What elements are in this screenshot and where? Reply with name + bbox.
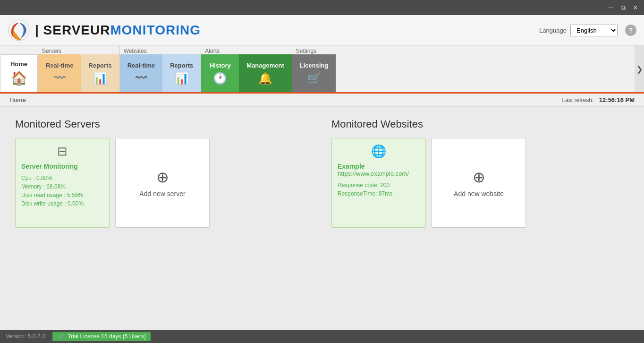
nav-websites-label: Websites <box>120 46 201 54</box>
website-card-response-time: ResponseTime: 87ms <box>338 190 392 197</box>
logo-text: | SERVEURMONITORING <box>35 23 201 38</box>
nav-alerts-items: History 🕐 Management 🔔 <box>201 54 291 92</box>
nav-item-alerts-history[interactable]: History 🕐 <box>201 54 239 92</box>
refresh-time: 12:56:16 PM <box>599 96 635 103</box>
nav-group-settings: Settings Licensing 🛒 <box>292 46 336 92</box>
alerts-history-icon: 🕐 <box>213 72 227 85</box>
website-card-name: Example <box>338 163 365 170</box>
logo-serveur: | SERVEUR <box>35 23 110 37</box>
servers-cards-row: ⊟ Server Monitoring Cpu : 0.00% Memory :… <box>15 138 313 228</box>
add-server-icon: ⊕ <box>156 168 169 186</box>
nav-group-servers: Servers Real-time 〰 Reports 📊 <box>38 46 120 92</box>
main-content: Monitored Servers ⊟ Server Monitoring Cp… <box>0 107 644 330</box>
nav-settings-label: Settings <box>292 46 336 54</box>
server-card-0[interactable]: ⊟ Server Monitoring Cpu : 0.00% Memory :… <box>15 138 110 228</box>
alerts-management-icon: 🔔 <box>258 72 272 85</box>
nav-item-servers-realtime[interactable]: Real-time 〰 <box>38 54 81 92</box>
server-card-icon-row: ⊟ <box>21 144 103 159</box>
websites-section: Monitored Websites 🌐 Example https://www… <box>331 118 629 228</box>
help-button[interactable]: ? <box>625 25 636 36</box>
add-website-card[interactable]: ⊕ Add new website <box>432 138 526 228</box>
websites-cards-row: 🌐 Example https://www.example.com/ Respo… <box>331 138 629 228</box>
server-card-diskread: Disk read usage : 5.59% <box>21 192 83 198</box>
nav-settings-items: Licensing 🛒 <box>292 54 336 92</box>
nav-servers-label: Servers <box>38 46 119 54</box>
add-server-card[interactable]: ⊕ Add new server <box>115 138 210 228</box>
website-card-url: https://www.example.com/ <box>338 170 409 177</box>
nav-item-settings-licensing[interactable]: Licensing 🛒 <box>292 54 336 92</box>
language-area: Language English Français Español Deutsc… <box>539 25 618 36</box>
nav-group-home: Home 🏠 <box>0 46 38 92</box>
license-icon: 🛒 <box>57 333 65 340</box>
version-label: Version: 5.0.2.3 <box>6 333 45 340</box>
logo-area: | SERVEURMONITORING <box>8 19 201 42</box>
website-icon: 🌐 <box>371 144 386 159</box>
nav-home-label <box>0 46 38 54</box>
nav-alerts-history-text: History <box>210 62 231 69</box>
nav-servers-realtime-text: Real-time <box>46 62 74 69</box>
logo-monitoring: MONITORING <box>110 23 200 37</box>
close-button[interactable]: ✕ <box>631 3 640 12</box>
settings-licensing-icon: 🛒 <box>307 72 321 85</box>
nav-websites-realtime-text: Real-time <box>127 62 155 69</box>
restore-button[interactable]: ⧉ <box>619 3 628 12</box>
app-header: | SERVEURMONITORING Language English Fra… <box>0 15 644 46</box>
nav-group-alerts: Alerts History 🕐 Management 🔔 <box>201 46 292 92</box>
content-columns: Monitored Servers ⊟ Server Monitoring Cp… <box>15 118 629 228</box>
server-card-cpu: Cpu : 0.00% <box>21 175 52 181</box>
add-server-label: Add new server <box>139 190 185 197</box>
header-right: Language English Français Español Deutsc… <box>539 25 636 36</box>
language-label: Language <box>539 27 567 34</box>
website-card-icon-row: 🌐 <box>338 144 420 159</box>
nav-item-servers-reports[interactable]: Reports 📊 <box>81 54 119 92</box>
nav-settings-licensing-text: Licensing <box>300 62 329 69</box>
refresh-label: Last refresh: <box>562 97 594 103</box>
nav-websites-reports-text: Reports <box>170 62 193 69</box>
home-icon: 🏠 <box>11 70 27 86</box>
nav-alerts-management-text: Management <box>246 62 284 69</box>
nav-servers-items: Real-time 〰 Reports 📊 <box>38 54 119 92</box>
website-card-0[interactable]: 🌐 Example https://www.example.com/ Respo… <box>331 138 426 228</box>
websites-reports-icon: 📊 <box>175 72 189 85</box>
server-card-name: Server Monitoring <box>21 163 78 170</box>
servers-section-title: Monitored Servers <box>15 118 313 130</box>
server-card-memory: Memory : 68.68% <box>21 183 66 190</box>
website-card-response-code: Response code: 200 <box>338 182 390 189</box>
nav-servers-reports-text: Reports <box>89 62 112 69</box>
status-bar: Version: 5.0.2.3 🛒 Trial License 15 days… <box>0 330 644 343</box>
websites-section-title: Monitored Websites <box>331 118 629 130</box>
add-website-label: Add new website <box>454 190 504 197</box>
nav-item-websites-realtime[interactable]: Real-time 〰 <box>120 54 163 92</box>
add-website-icon: ⊕ <box>473 168 485 186</box>
nav-item-websites-reports[interactable]: Reports 📊 <box>162 54 201 92</box>
server-icon: ⊟ <box>57 144 68 159</box>
server-card-diskwrite: Disk write usage : 0.00% <box>21 200 84 207</box>
breadcrumb-bar: Home Last refresh: 12:56:16 PM <box>0 94 644 107</box>
nav-home-text: Home <box>10 60 27 68</box>
nav-spacer <box>336 46 635 92</box>
servers-section: Monitored Servers ⊟ Server Monitoring Cp… <box>15 118 313 228</box>
license-label: Trial License 15 days (5 Users) <box>68 333 146 340</box>
nav-group-websites: Websites Real-time 〰 Reports 📊 <box>120 46 202 92</box>
title-bar: ─ ⧉ ✕ <box>0 0 644 15</box>
websites-realtime-icon: 〰 <box>136 72 147 85</box>
refresh-info: Last refresh: 12:56:16 PM <box>562 96 635 103</box>
servers-reports-icon: 📊 <box>93 72 107 85</box>
nav-alerts-label: Alerts <box>201 46 291 54</box>
servers-realtime-icon: 〰 <box>54 72 65 85</box>
nav-item-alerts-management[interactable]: Management 🔔 <box>239 54 291 92</box>
minimize-button[interactable]: ─ <box>606 3 616 12</box>
nav-item-home[interactable]: Home 🏠 <box>0 54 38 92</box>
breadcrumb: Home <box>9 96 26 103</box>
license-badge: 🛒 Trial License 15 days (5 Users) <box>52 332 151 341</box>
nav-scroll-right-button[interactable]: ❯ <box>635 46 644 92</box>
logo-icon <box>8 19 30 42</box>
nav-bar: Home 🏠 Servers Real-time 〰 Reports 📊 Web… <box>0 46 644 94</box>
nav-websites-items: Real-time 〰 Reports 📊 <box>120 54 201 92</box>
language-select[interactable]: English Français Español Deutsch <box>570 25 618 36</box>
nav-home-items: Home 🏠 <box>0 54 38 92</box>
